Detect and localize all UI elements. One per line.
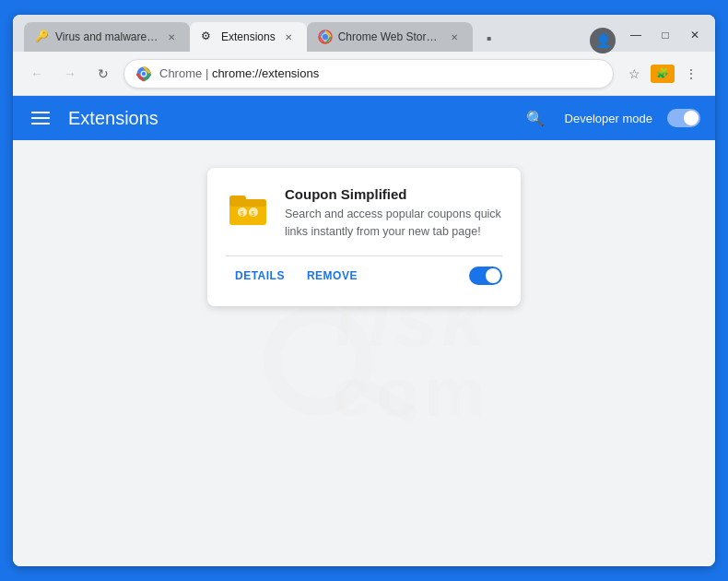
svg-line-6 (363, 377, 408, 422)
extension-divider (226, 255, 502, 256)
omnibox-bar: ← → ↻ Chrome | chrome://extensions ☆ 🧩 ⋮ (13, 52, 715, 96)
toggle-knob (684, 111, 699, 125)
menu-hamburger-button[interactable] (28, 108, 53, 128)
tab-extensions[interactable]: ⚙ Extensions ✕ (190, 22, 307, 52)
maximize-button[interactable]: □ (652, 22, 678, 48)
tab-bar: 🔑 Virus and malware remo... ✕ ⚙ Extensio… (20, 15, 502, 52)
toolbar-icons: ☆ 🧩 ⋮ (621, 61, 704, 87)
extension-enable-toggle[interactable] (469, 267, 502, 285)
menu-button[interactable]: ⋮ (678, 61, 704, 87)
bookmark-button[interactable]: ☆ (621, 61, 647, 87)
extension-toggle-knob (486, 268, 500, 283)
tab-icon-globe (318, 30, 333, 44)
extensions-header: Extensions 🔍 Developer mode (13, 96, 715, 140)
extensions-search-button[interactable]: 🔍 (521, 103, 550, 133)
extension-description: Search and access popular coupons quick … (285, 206, 502, 241)
svg-point-4 (142, 71, 147, 76)
tab-icon-gear: ⚙ (201, 30, 216, 44)
url-path: chrome://extensions (212, 66, 319, 80)
watermark-com-text: com (333, 358, 491, 427)
address-bar[interactable]: Chrome | chrome://extensions (123, 59, 614, 89)
extension-name: Coupon Simplified (285, 186, 502, 202)
minimize-button[interactable]: — (623, 22, 649, 48)
chrome-logo-icon (135, 65, 152, 82)
tab-close-2[interactable]: ✕ (281, 30, 296, 44)
back-button[interactable]: ← (24, 61, 50, 87)
window-controls: 👤 — □ ✕ (623, 22, 708, 48)
developer-mode-label: Developer mode (565, 112, 652, 125)
close-button[interactable]: ✕ (682, 22, 708, 48)
svg-text:$: $ (252, 210, 255, 218)
tab-title-2: Extensions (221, 30, 276, 43)
new-tab-button[interactable]: ▪ (476, 26, 502, 52)
extensions-page-title: Extensions (68, 108, 506, 129)
tab-icon-key: 🔑 (35, 30, 50, 44)
extensions-button[interactable]: 🧩 (651, 65, 675, 83)
extension-info: Coupon Simplified Search and access popu… (285, 186, 502, 241)
svg-text:$: $ (241, 210, 244, 218)
extension-details-button[interactable]: DETAILS (226, 264, 294, 288)
user-profile-icon[interactable]: 👤 (590, 28, 616, 53)
tab-title-1: Virus and malware remo... (55, 30, 159, 43)
tab-close-1[interactable]: ✕ (164, 30, 179, 44)
extension-icon: $ $ (226, 186, 270, 231)
tab-title-3: Chrome Web Store - cou... (338, 30, 441, 43)
user-avatar: 👤 (595, 33, 611, 48)
tab-close-3[interactable]: ✕ (447, 30, 462, 44)
tab-chrome-store[interactable]: Chrome Web Store - cou... ✕ (307, 22, 473, 52)
title-bar: 🔑 Virus and malware remo... ✕ ⚙ Extensio… (13, 15, 715, 52)
extension-remove-button[interactable]: REMOVE (298, 264, 367, 288)
developer-mode-toggle[interactable] (667, 109, 700, 127)
svg-point-1 (323, 34, 328, 40)
refresh-button[interactable]: ↻ (90, 61, 116, 87)
extension-card: $ $ Coupon Simplified Search and access … (207, 168, 521, 306)
extension-actions: DETAILS REMOVE (226, 264, 502, 288)
extension-card-header: $ $ Coupon Simplified Search and access … (226, 186, 502, 241)
tab-virus-malware[interactable]: 🔑 Virus and malware remo... ✕ (24, 22, 190, 52)
browser-window: 🔑 Virus and malware remo... ✕ ⚙ Extensio… (13, 15, 715, 566)
site-label: Chrome (159, 66, 202, 80)
coupon-icon-svg: $ $ (226, 186, 270, 231)
svg-point-5 (262, 304, 374, 417)
main-content: risk com $ (13, 140, 715, 566)
url-display: Chrome | chrome://extensions (159, 66, 602, 80)
forward-button[interactable]: → (57, 61, 83, 87)
svg-rect-9 (229, 196, 246, 203)
